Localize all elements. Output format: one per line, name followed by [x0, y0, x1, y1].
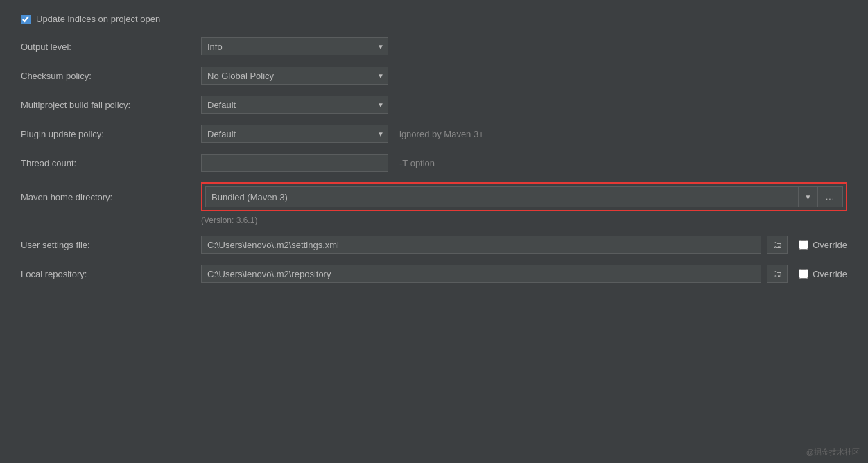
maven-home-browse-button[interactable]: ... [818, 186, 843, 207]
thread-count-control: -T option [201, 154, 847, 172]
update-indices-label: Update indices on project open [36, 14, 160, 24]
local-repository-input[interactable] [201, 265, 761, 283]
local-repository-row: Local repository: 🗂 Override [21, 264, 847, 283]
update-indices-row: Update indices on project open [21, 14, 847, 24]
user-settings-label: User settings file: [21, 240, 201, 250]
local-repository-label: Local repository: [21, 269, 201, 279]
user-settings-override-area: Override [799, 240, 847, 250]
user-settings-override-label: Override [813, 240, 847, 250]
checksum-policy-dropdown-wrapper: No Global Policy Fail Warn Ignore ▼ [201, 67, 388, 85]
multiproject-policy-label: Multiproject build fail policy: [21, 100, 201, 110]
checksum-policy-label: Checksum policy: [21, 71, 201, 81]
output-level-dropdown-wrapper: Info Debug Warn Error ▼ [201, 37, 388, 55]
local-repository-control: 🗂 Override [201, 265, 847, 283]
output-level-select[interactable]: Info Debug Warn Error [201, 37, 388, 55]
checksum-policy-row: Checksum policy: No Global Policy Fail W… [21, 66, 847, 85]
multiproject-policy-dropdown-wrapper: Default Never At End Immediately ▼ [201, 96, 388, 114]
local-repository-override-label: Override [813, 269, 847, 279]
plugin-update-policy-control: Default Always Never Daily ▼ ignored by … [201, 125, 847, 143]
maven-home-label: Maven home directory: [21, 192, 201, 202]
maven-home-highlight-box: Bundled (Maven 3) Use Maven wrapper Cust… [201, 182, 847, 211]
thread-count-row: Thread count: -T option [21, 153, 847, 173]
folder-icon-2: 🗂 [772, 268, 782, 279]
user-settings-input[interactable] [201, 236, 761, 254]
maven-home-row: Maven home directory: Bundled (Maven 3) … [21, 182, 847, 211]
multiproject-policy-row: Multiproject build fail policy: Default … [21, 95, 847, 114]
local-repository-override-checkbox[interactable] [799, 269, 808, 279]
plugin-update-policy-select[interactable]: Default Always Never Daily [201, 125, 388, 143]
thread-count-input[interactable] [201, 154, 388, 172]
user-settings-control: 🗂 Override [201, 236, 847, 254]
update-indices-checkbox[interactable] [21, 15, 31, 24]
output-level-label: Output level: [21, 42, 201, 52]
local-repository-browse-button[interactable]: 🗂 [767, 265, 788, 283]
multiproject-policy-control: Default Never At End Immediately ▼ [201, 96, 847, 114]
maven-home-select[interactable]: Bundled (Maven 3) Use Maven wrapper Cust… [205, 186, 799, 207]
plugin-update-policy-label: Plugin update policy: [21, 129, 201, 139]
maven-version-text: (Version: 3.6.1) [201, 216, 257, 225]
user-settings-row: User settings file: 🗂 Override [21, 235, 847, 254]
user-settings-browse-button[interactable]: 🗂 [767, 236, 788, 254]
user-settings-override-checkbox[interactable] [799, 240, 808, 250]
output-level-control: Info Debug Warn Error ▼ [201, 37, 847, 55]
plugin-update-hint: ignored by Maven 3+ [399, 129, 484, 139]
multiproject-policy-select[interactable]: Default Never At End Immediately [201, 96, 388, 114]
local-repository-override-area: Override [799, 269, 847, 279]
maven-home-dropdown-button[interactable]: ▼ [799, 186, 818, 207]
maven-version-row: (Version: 3.6.1) [21, 216, 847, 225]
thread-count-label: Thread count: [21, 158, 201, 168]
maven-home-select-wrapper: Bundled (Maven 3) Use Maven wrapper Cust… [205, 186, 799, 207]
thread-count-hint: -T option [399, 158, 435, 168]
plugin-update-policy-dropdown-wrapper: Default Always Never Daily ▼ [201, 125, 388, 143]
checksum-policy-select[interactable]: No Global Policy Fail Warn Ignore [201, 67, 388, 85]
folder-icon: 🗂 [772, 239, 782, 250]
output-level-row: Output level: Info Debug Warn Error ▼ [21, 37, 847, 56]
plugin-update-policy-row: Plugin update policy: Default Always Nev… [21, 124, 847, 143]
watermark: @掘金技术社区 [806, 447, 860, 457]
checksum-policy-control: No Global Policy Fail Warn Ignore ▼ [201, 67, 847, 85]
